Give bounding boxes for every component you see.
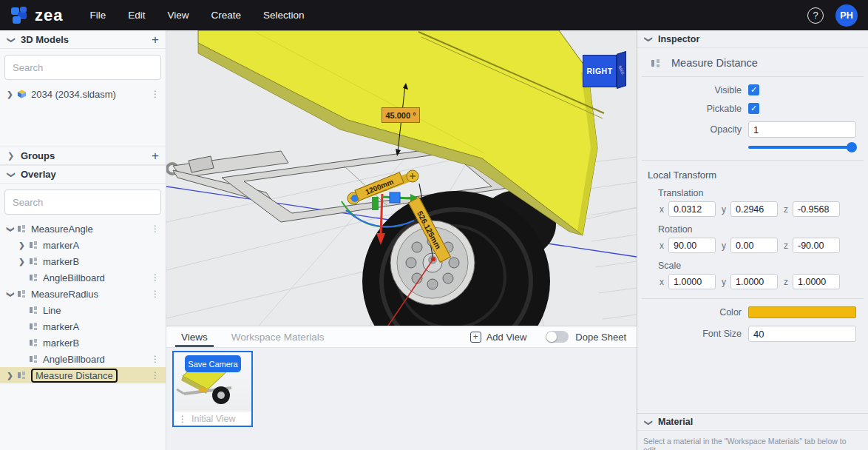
kebab-icon[interactable]: ⋮ [151, 354, 160, 364]
models-section-title: 3D Models [21, 34, 69, 45]
overlay-node-markerb2[interactable]: markerB [0, 335, 166, 351]
add-view-label: Add View [486, 332, 527, 343]
view-card-initial[interactable]: Save Camera ⋮ Initial View [172, 351, 253, 427]
menu-file[interactable]: File [89, 10, 106, 21]
scale-label: Scale [658, 261, 868, 271]
user-avatar[interactable]: PH [835, 4, 858, 27]
overlay-node-markera2[interactable]: markerA [0, 318, 166, 335]
overlay-node-markera[interactable]: ❯ markerA [0, 237, 166, 253]
node-label: markerB [43, 338, 79, 349]
axis-z-label: z [782, 241, 788, 251]
kebab-icon[interactable]: ⋮ [151, 370, 160, 380]
translation-x-input[interactable] [668, 201, 716, 217]
scale-y-input[interactable] [730, 274, 778, 289]
kebab-icon[interactable]: ⋮ [151, 272, 160, 283]
chevron-down-icon[interactable]: ❯ [7, 171, 16, 179]
overlay-node-measure-distance-selected[interactable]: ❯ Measure Distance ⋮ [0, 367, 166, 383]
opacity-slider[interactable] [748, 142, 856, 152]
dope-sheet-toggle[interactable] [546, 331, 569, 343]
view-cube-right-face[interactable]: RIGHT [583, 55, 617, 87]
translation-y-input[interactable] [730, 201, 778, 217]
node-icon [29, 257, 38, 266]
overlay-node-line[interactable]: Line [0, 302, 166, 318]
overlay-node-anglebillboard2[interactable]: AngleBillboard ⋮ [0, 351, 166, 367]
chevron-down-icon[interactable]: ❯ [7, 36, 16, 44]
kebab-icon[interactable]: ⋮ [178, 414, 187, 424]
inspector-header[interactable]: ❯ Inspector [637, 30, 868, 48]
chevron-down-icon[interactable]: ❯ [7, 225, 15, 233]
tab-views[interactable]: Views [172, 326, 217, 347]
node-label: MeasureAngle [31, 224, 93, 235]
kebab-icon[interactable]: ⋮ [151, 289, 160, 299]
opacity-input[interactable] [748, 121, 856, 138]
rotation-x-input[interactable] [668, 238, 716, 253]
color-swatch[interactable] [748, 306, 856, 318]
chevron-down-icon[interactable]: ❯ [644, 418, 654, 426]
menu-view[interactable]: View [168, 10, 189, 21]
chevron-down-icon[interactable]: ❯ [7, 290, 15, 298]
overlay-node-anglebillboard[interactable]: AngleBillboard ⋮ [0, 269, 166, 286]
slider-track[interactable] [748, 146, 856, 149]
menu-selection[interactable]: Selection [263, 10, 305, 21]
add-view-button[interactable]: + Add View [470, 332, 527, 343]
visible-checkbox[interactable]: ✓ [748, 84, 759, 95]
angle-measurement-billboard[interactable]: 45.000 ° [382, 107, 420, 123]
check-icon: ✓ [750, 85, 757, 95]
font-size-input[interactable] [748, 326, 856, 342]
chevron-down-icon[interactable]: ❯ [644, 36, 654, 44]
node-label: MeasureRadius [31, 289, 98, 300]
visible-label: Visible [637, 85, 748, 95]
kebab-icon[interactable]: ⋮ [151, 89, 160, 99]
zea-logo[interactable]: zea [10, 6, 63, 25]
translation-z-input[interactable] [793, 201, 840, 217]
node-icon [29, 355, 38, 363]
pickable-label: Pickable [637, 104, 748, 114]
scale-x-input[interactable] [668, 274, 716, 289]
view-cube-side-label: BACK [617, 64, 625, 75]
inspected-item-title: Measure Distance [671, 57, 758, 69]
models-search-input[interactable] [4, 55, 161, 80]
save-camera-button[interactable]: Save Camera [185, 355, 241, 372]
material-section-header[interactable]: ❯ Material [637, 413, 868, 431]
menu-edit[interactable]: Edit [128, 10, 145, 21]
kebab-icon[interactable]: ⋮ [151, 224, 160, 234]
overlay-search-input[interactable] [4, 189, 161, 215]
node-label: markerA [43, 240, 79, 251]
node-icon [29, 241, 38, 249]
overlay-section-header[interactable]: ❯ Overlay [0, 165, 166, 184]
top-menu-bar: zea File Edit View Create Selection ? PH [0, 0, 868, 30]
node-icon [29, 306, 38, 315]
node-icon [29, 322, 38, 331]
overlay-node-measureradius[interactable]: ❯ MeasureRadius ⋮ [0, 286, 166, 302]
tab-workspace-materials[interactable]: Workspace Materials [223, 326, 333, 347]
rotation-z-input[interactable] [793, 238, 840, 253]
overlay-node-measureangle[interactable]: ❯ MeasureAngle ⋮ [0, 221, 166, 237]
chevron-right-icon[interactable]: ❯ [6, 372, 14, 380]
pickable-checkbox[interactable]: ✓ [748, 103, 759, 114]
add-model-button[interactable]: + [152, 33, 159, 46]
chevron-right-icon[interactable]: ❯ [6, 90, 14, 98]
help-icon[interactable]: ? [807, 7, 824, 24]
axis-z-label: z [782, 204, 788, 215]
overlay-section-title: Overlay [21, 169, 56, 180]
translation-label: Translation [658, 188, 868, 198]
zea-logo-icon [10, 6, 30, 25]
node-label: AngleBillboard [43, 272, 105, 283]
overlay-node-markerb[interactable]: ❯ markerB [0, 253, 166, 269]
scale-z-input[interactable] [793, 274, 840, 289]
model-tree-item-2034[interactable]: ❯ 2034 (2034.sldasm) ⋮ [0, 86, 166, 102]
chevron-right-icon[interactable]: ❯ [18, 241, 26, 249]
node-icon [29, 338, 38, 347]
viewport-3d[interactable]: 45.000 ° 1200mm 526.125mm RIGHT BACK [166, 30, 637, 326]
node-label-editing[interactable]: Measure Distance [31, 369, 118, 383]
rotation-y-input[interactable] [730, 238, 778, 253]
chevron-right-icon[interactable]: ❯ [7, 151, 15, 161]
chevron-right-icon[interactable]: ❯ [18, 258, 26, 266]
slider-thumb[interactable] [847, 142, 857, 152]
view-caption: Initial View [191, 414, 236, 424]
groups-section-header[interactable]: ❯ Groups + [0, 147, 166, 165]
view-cube-side-face[interactable]: BACK [617, 51, 626, 89]
add-group-button[interactable]: + [152, 150, 159, 162]
menu-create[interactable]: Create [211, 10, 242, 21]
models-section-header[interactable]: ❯ 3D Models + [0, 30, 166, 49]
